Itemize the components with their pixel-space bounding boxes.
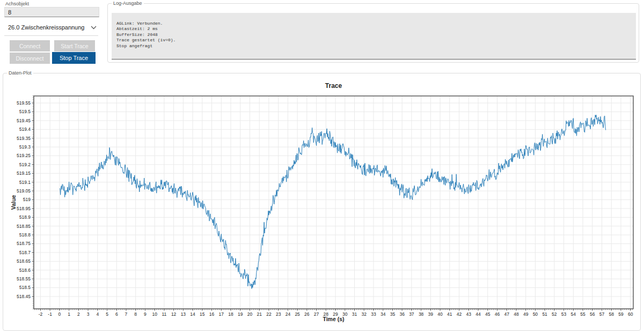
svg-text:519.3: 519.3 [19, 144, 31, 150]
svg-text:519.15: 519.15 [17, 170, 31, 176]
svg-text:Time (s): Time (s) [323, 316, 344, 322]
svg-text:18: 18 [228, 311, 233, 317]
svg-text:26: 26 [304, 311, 310, 317]
svg-text:14: 14 [190, 311, 195, 317]
svg-text:45: 45 [485, 311, 491, 317]
svg-text:518.95: 518.95 [17, 206, 31, 211]
svg-text:9: 9 [144, 311, 147, 317]
svg-text:519.1: 519.1 [19, 180, 31, 185]
svg-text:8: 8 [134, 311, 137, 317]
svg-text:49: 49 [523, 311, 529, 317]
svg-text:519.05: 519.05 [17, 188, 31, 194]
svg-text:10: 10 [152, 311, 157, 317]
svg-text:32: 32 [362, 311, 367, 317]
svg-text:54: 54 [571, 311, 576, 317]
svg-text:518.5: 518.5 [19, 285, 31, 290]
svg-text:11: 11 [162, 311, 166, 317]
svg-text:519.5: 519.5 [19, 109, 31, 114]
svg-text:59: 59 [618, 311, 624, 317]
svg-text:519: 519 [23, 197, 31, 202]
svg-text:518.55: 518.55 [17, 276, 31, 281]
svg-text:53: 53 [561, 311, 567, 317]
svg-text:35: 35 [390, 311, 396, 317]
svg-text:7: 7 [125, 311, 128, 317]
svg-text:Trace: Trace [325, 82, 342, 90]
svg-text:13: 13 [181, 311, 186, 317]
svg-text:31: 31 [352, 311, 357, 317]
svg-text:22: 22 [266, 311, 272, 317]
svg-text:519.2: 519.2 [19, 162, 31, 167]
svg-text:16: 16 [209, 311, 215, 317]
svg-text:52: 52 [552, 311, 557, 317]
svg-text:519.45: 519.45 [17, 118, 31, 123]
svg-text:50: 50 [533, 311, 538, 317]
svg-text:37: 37 [409, 311, 414, 317]
svg-text:58: 58 [609, 311, 614, 317]
achsobjekt-input[interactable] [4, 7, 99, 17]
svg-text:519.4: 519.4 [19, 127, 31, 132]
start-trace-button[interactable]: Start Trace [54, 40, 95, 51]
svg-text:60: 60 [628, 311, 633, 317]
svg-text:55: 55 [580, 311, 586, 317]
svg-text:519.35: 519.35 [17, 136, 31, 141]
svg-text:12: 12 [171, 311, 177, 317]
svg-text:27: 27 [314, 311, 319, 317]
svg-text:4: 4 [96, 311, 99, 317]
svg-text:-2: -2 [39, 311, 43, 317]
svg-text:518.65: 518.65 [17, 258, 31, 264]
svg-text:519.55: 519.55 [17, 100, 31, 106]
svg-text:19: 19 [238, 311, 243, 317]
disconnect-button[interactable]: Disconnect [10, 53, 50, 64]
svg-text:48: 48 [514, 311, 519, 317]
svg-text:6: 6 [115, 311, 118, 317]
svg-text:43: 43 [466, 311, 472, 317]
svg-text:41: 41 [447, 311, 452, 317]
svg-text:518.8: 518.8 [19, 232, 31, 237]
svg-text:34: 34 [380, 311, 386, 317]
svg-text:15: 15 [200, 311, 205, 317]
svg-text:20: 20 [247, 311, 253, 317]
svg-text:24: 24 [286, 311, 291, 317]
log-output-textarea[interactable]: AGLink: Verbunden. Abtastzeit: 2 ms Buff… [112, 13, 636, 60]
svg-text:Value: Value [10, 195, 17, 210]
svg-text:518.85: 518.85 [17, 224, 31, 229]
stop-trace-button[interactable]: Stop Trace [52, 52, 96, 64]
svg-text:518.9: 518.9 [19, 214, 31, 220]
signal-select-dropdown[interactable]: 26.0 Zwischenkreisspannung [4, 21, 100, 33]
app-window: { "left_panel": { "achsobjekt_label": "A… [0, 0, 644, 334]
svg-text:518.6: 518.6 [19, 268, 31, 273]
trace-chart: -2-1012345678910111213141516171819202122… [3, 73, 640, 330]
svg-text:51: 51 [542, 311, 547, 317]
svg-text:42: 42 [457, 311, 462, 317]
svg-text:518.45: 518.45 [17, 294, 31, 299]
svg-text:519.25: 519.25 [17, 153, 31, 158]
svg-text:-1: -1 [48, 311, 52, 317]
daten-plot-groupbox: Daten-Plot -2-10123456789101112131415161… [3, 73, 641, 331]
svg-text:33: 33 [371, 311, 376, 317]
svg-text:21: 21 [257, 311, 262, 317]
svg-text:1: 1 [68, 311, 70, 317]
svg-text:17: 17 [219, 311, 224, 317]
svg-text:2: 2 [77, 311, 80, 317]
svg-text:518.7: 518.7 [19, 250, 31, 255]
panel-separator [4, 35, 98, 36]
chevron-down-icon [91, 26, 97, 29]
log-output-groupbox: Log-Ausgabe AGLink: Verbunden. Abtastzei… [107, 3, 639, 63]
svg-text:39: 39 [428, 311, 434, 317]
achsobjekt-label: Achsobjekt [5, 1, 29, 6]
svg-text:518.75: 518.75 [17, 241, 31, 246]
svg-text:38: 38 [419, 311, 424, 317]
svg-text:3: 3 [87, 311, 90, 317]
svg-text:40: 40 [437, 311, 443, 317]
svg-text:0: 0 [58, 311, 61, 317]
svg-text:57: 57 [599, 311, 605, 317]
connect-button[interactable]: Connect [10, 40, 50, 51]
svg-text:56: 56 [590, 311, 595, 317]
log-output-title: Log-Ausgabe [112, 1, 144, 6]
svg-text:5: 5 [106, 311, 108, 317]
svg-text:36: 36 [399, 311, 405, 317]
svg-text:25: 25 [295, 311, 300, 317]
svg-text:47: 47 [504, 311, 509, 317]
svg-text:46: 46 [495, 311, 500, 317]
svg-text:23: 23 [276, 311, 281, 317]
